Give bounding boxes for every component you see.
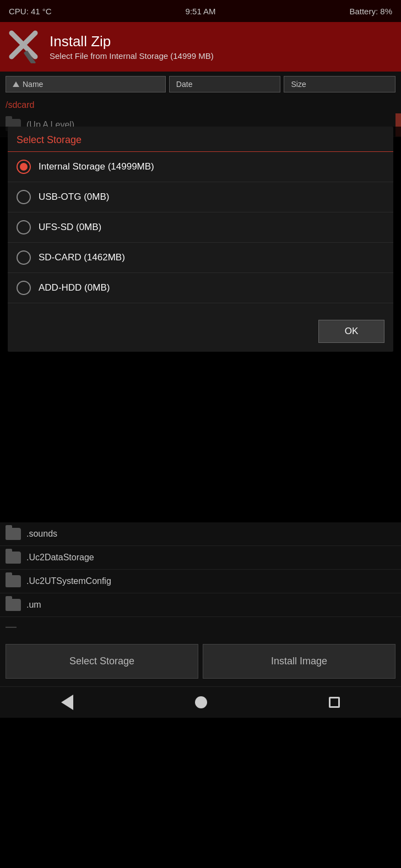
time-status: 9:51 AM	[186, 7, 216, 16]
sort-name-button[interactable]: Name	[6, 76, 166, 92]
sort-bar: Name Date Size	[0, 72, 401, 97]
sort-triangle-icon	[13, 81, 19, 87]
file-item-sounds[interactable]: .sounds	[0, 522, 401, 546]
dialog-spacer	[8, 303, 393, 320]
install-image-button[interactable]: Install Image	[203, 644, 395, 679]
radio-option-sd-card[interactable]: SD-CARD (1462MB)	[8, 243, 393, 273]
radio-option-ufs-sd[interactable]: UFS-SD (0MB)	[8, 212, 393, 243]
dialog-overlay: Select Storage Internal Storage (14999MB…	[0, 127, 401, 352]
breadcrumb: /sdcard	[0, 97, 401, 113]
nav-recent-icon	[329, 697, 340, 708]
sort-date-label: Date	[176, 80, 193, 89]
header-subtitle: Select File from Internal Storage (14999…	[50, 51, 214, 61]
radio-label-usb-otg: USB-OTG (0MB)	[39, 192, 109, 203]
nav-recent-button[interactable]	[329, 697, 340, 708]
file-name-sounds: .sounds	[26, 529, 57, 539]
select-storage-dialog: Select Storage Internal Storage (14999MB…	[8, 127, 393, 352]
sort-size-button[interactable]: Size	[284, 76, 395, 92]
app-icon	[9, 30, 42, 63]
radio-circle-ufs-sd	[17, 220, 31, 234]
status-bar: CPU: 41 °C 9:51 AM Battery: 8%	[0, 0, 401, 22]
folder-icon-um	[6, 599, 21, 611]
radio-circle-sd-card	[17, 250, 31, 265]
nav-back-button[interactable]	[61, 695, 73, 710]
radio-label-sd-card: SD-CARD (1462MB)	[39, 252, 125, 263]
header-title: Install Zip	[50, 33, 214, 50]
sort-date-button[interactable]: Date	[169, 76, 281, 92]
folder-icon-uc2data	[6, 552, 21, 564]
file-name-uc2data: .Uc2DataStorage	[26, 553, 94, 563]
radio-option-usb-otg[interactable]: USB-OTG (0MB)	[8, 182, 393, 212]
nav-home-icon	[195, 696, 207, 708]
file-item-uc2data[interactable]: .Uc2DataStorage	[0, 546, 401, 570]
nav-home-button[interactable]	[195, 696, 207, 708]
file-name-uc2ut: .Uc2UTSystemConfig	[26, 576, 111, 586]
file-item-um[interactable]: .um	[0, 593, 401, 617]
nav-back-icon	[61, 695, 73, 710]
header: Install Zip Select File from Internal St…	[0, 22, 401, 72]
radio-option-add-hdd[interactable]: ADD-HDD (0MB)	[8, 273, 393, 303]
cpu-status: CPU: 41 °C	[9, 7, 52, 16]
radio-label-add-hdd: ADD-HDD (0MB)	[39, 282, 110, 293]
folder-icon-sounds	[6, 528, 21, 540]
radio-label-internal: Internal Storage (14999MB)	[39, 161, 154, 172]
dialog-actions: OK	[8, 320, 393, 343]
radio-label-ufs-sd: UFS-SD (0MB)	[39, 222, 101, 233]
folder-icon-uc2ut	[6, 575, 21, 587]
sort-name-label: Name	[23, 80, 43, 89]
dialog-title: Select Storage	[8, 127, 393, 152]
file-list-below: .sounds .Uc2DataStorage .Uc2UTSystemConf…	[0, 522, 401, 636]
more-items-indicator: —	[0, 617, 401, 636]
ok-button[interactable]: OK	[318, 320, 384, 343]
radio-circle-usb-otg	[17, 190, 31, 204]
radio-option-internal[interactable]: Internal Storage (14999MB)	[8, 152, 393, 182]
battery-status: Battery: 8%	[349, 7, 392, 16]
bottom-buttons: Select Storage Install Image	[0, 636, 401, 686]
file-item-uc2ut[interactable]: .Uc2UTSystemConfig	[0, 570, 401, 593]
nav-bar	[0, 686, 401, 718]
radio-circle-add-hdd	[17, 281, 31, 295]
sort-size-label: Size	[291, 80, 306, 89]
select-storage-button[interactable]: Select Storage	[6, 644, 198, 679]
header-text: Install Zip Select File from Internal St…	[50, 33, 214, 61]
radio-circle-internal	[17, 160, 31, 174]
file-name-um: .um	[26, 600, 41, 610]
